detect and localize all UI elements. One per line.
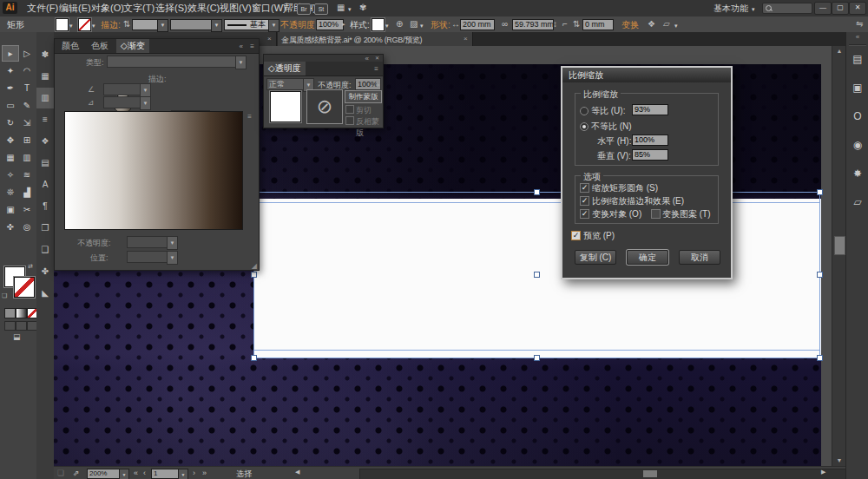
tool-zoom[interactable]: ◎ (19, 220, 35, 234)
document-tab-active[interactable]: 金属质感炫酷背景.ai* @ 200% (RGB/预览) × (278, 32, 473, 46)
transparency-titlebar[interactable]: « ✕ (264, 55, 383, 62)
stroke-weight-field[interactable] (132, 19, 160, 30)
next-artboard-icon[interactable]: › (193, 469, 195, 477)
panel-icon-libraries[interactable]: ❐ (36, 218, 54, 239)
first-artboard-icon[interactable]: « (134, 469, 138, 477)
panel-icon-swatches[interactable]: ▦ (36, 66, 54, 87)
object-thumbnail[interactable] (270, 91, 301, 122)
panel-icon-layers[interactable]: ▤ (36, 153, 54, 174)
tab-close-icon[interactable]: × (267, 35, 272, 43)
color-button[interactable] (4, 308, 16, 318)
tab-gradient[interactable]: ◇渐变 (116, 39, 149, 53)
opacity-label[interactable]: 不透明度: (280, 19, 318, 31)
panel-icon-appearance[interactable]: ❖ (36, 131, 54, 152)
stock-icon[interactable]: St (314, 3, 328, 15)
opacity-stepper-icon[interactable]: ▸ (377, 81, 380, 89)
transform-caret-icon[interactable]: ▾ (674, 23, 678, 29)
transform-objects-checkbox[interactable]: ✓ (580, 209, 589, 219)
panel-icon-gradient[interactable]: ◉ (846, 132, 868, 158)
panel-menu-icon[interactable]: ≡ (250, 43, 254, 50)
panel-icon-character[interactable]: A (36, 174, 54, 195)
stroke-proxy-swatch[interactable] (14, 277, 35, 298)
tool-mesh[interactable]: ▦ (3, 150, 18, 165)
maximize-button[interactable]: ▢ (832, 2, 849, 15)
invert-mask-checkbox[interactable] (345, 116, 354, 125)
opacity-stepper-icon[interactable]: ▸ (342, 19, 345, 30)
pasteboard[interactable] (821, 64, 832, 466)
selection-handle[interactable] (817, 355, 823, 361)
preview-checkbox[interactable]: ✓ (571, 231, 581, 240)
document-setup-icon[interactable]: ⊕ (396, 19, 403, 30)
brush-definition-field[interactable]: 基本 (224, 19, 273, 30)
mask-icon[interactable]: ▨ (410, 19, 418, 30)
stroke-stepper-icon[interactable]: ⇅ (123, 19, 130, 30)
panel-menu-icon[interactable]: ≡ (374, 65, 378, 73)
selection-handle[interactable] (534, 189, 540, 195)
transform-patterns-checkbox[interactable] (651, 209, 661, 219)
selection-handle[interactable] (534, 355, 540, 361)
mask-caret-icon[interactable]: ▾ (420, 23, 424, 29)
tool-magic-wand[interactable]: ✦ (3, 63, 18, 78)
tool-gradient[interactable]: ▥ (19, 150, 35, 165)
scroll-down-icon[interactable]: ▼ (832, 456, 846, 466)
arrange-documents-icon[interactable]: ▦ (337, 3, 345, 12)
nonuniform-radio[interactable] (580, 122, 589, 131)
scroll-up-icon[interactable]: ▲ (832, 46, 846, 56)
tool-width[interactable]: ✥ (3, 133, 18, 148)
selection-center-point[interactable] (534, 272, 540, 278)
gradient-type-dropdown[interactable] (107, 56, 239, 68)
artboard-caret-icon[interactable]: ▼ (178, 469, 188, 479)
swap-fill-stroke-icon[interactable]: ⇄ (28, 263, 33, 270)
nonuniform-label[interactable]: 不等比 (N) (591, 121, 632, 133)
tab-transparency[interactable]: ◇透明度 (264, 62, 306, 75)
draw-normal-button[interactable] (4, 321, 16, 331)
close-panel-icon[interactable]: ✕ (375, 55, 379, 61)
transform-label[interactable]: 变换 (621, 19, 639, 31)
tool-graph[interactable]: ▟ (19, 185, 35, 200)
brush-caret-icon[interactable]: ▼ (268, 19, 279, 32)
hscroll-right-icon[interactable]: ▶ (821, 469, 825, 476)
uniform-field[interactable]: 93% (632, 104, 668, 115)
shape-width-field[interactable]: 200 mm (460, 19, 495, 30)
width-profile-field[interactable] (170, 19, 215, 30)
vertical-scroll-thumb[interactable] (834, 236, 845, 255)
control-end-icon[interactable]: ⇋ (856, 19, 863, 30)
expand-panels-icon[interactable]: « (846, 32, 868, 43)
tool-paintbrush[interactable]: ✎ (19, 98, 35, 113)
device-preview-icon[interactable]: ❏ (57, 469, 64, 477)
panel-icon-transform[interactable]: ▱ (846, 189, 868, 215)
gradient-angle-caret-icon[interactable]: ▼ (140, 83, 151, 97)
panel-icon-brushes[interactable]: ❑ (36, 240, 54, 260)
panel-icon-stroke[interactable]: ≡ (36, 109, 54, 130)
ok-button[interactable]: 确定 (627, 250, 668, 265)
transform-patterns-label[interactable]: 变换图案 (T) (662, 208, 711, 220)
clip-checkbox[interactable] (345, 105, 354, 114)
artboard-number-field[interactable]: 1 (151, 469, 179, 479)
corner-stepper-icon[interactable]: ⇅ (573, 19, 580, 30)
vertical-field[interactable]: 85% (632, 149, 668, 161)
cs-live-icon[interactable]: ✾ (359, 3, 366, 12)
panel-resize-grip[interactable]: ◢ (252, 262, 257, 270)
gradient-slider[interactable] (64, 111, 243, 230)
panel-icon-stroke[interactable]: O (846, 103, 868, 129)
panel-icon-mesh[interactable]: ◣ (36, 283, 54, 304)
tool-scale[interactable]: ⇲ (19, 115, 35, 130)
scale-corners-label[interactable]: 缩放矩形圆角 (S) (592, 182, 658, 194)
transform-objects-label[interactable]: 变换对象 (O) (592, 208, 641, 220)
horizontal-field[interactable]: 100% (632, 135, 668, 146)
gradient-button[interactable] (16, 308, 27, 318)
constrain-link-icon[interactable]: ∞ (502, 19, 508, 30)
tool-rotate[interactable]: ↻ (3, 115, 18, 130)
arrange-caret-icon[interactable]: ▾ (348, 6, 352, 12)
horizontal-scrollbar[interactable] (359, 469, 868, 479)
transform-panel-icon[interactable]: ▱ (663, 19, 670, 30)
align-icon[interactable]: ❖ (648, 19, 655, 30)
mask-thumbnail[interactable]: ⊘ (306, 89, 343, 124)
uniform-label[interactable]: 等比 (U): (591, 105, 625, 117)
tool-pen[interactable]: ✒ (3, 81, 18, 95)
tool-direct-selection[interactable]: ▷ (19, 46, 35, 61)
stroke-caret-icon[interactable]: ▾ (92, 23, 95, 29)
draw-behind-button[interactable] (16, 321, 27, 331)
make-mask-button[interactable]: 制作蒙版 (345, 90, 382, 103)
gradient-type-caret-icon[interactable]: ▼ (235, 56, 247, 69)
